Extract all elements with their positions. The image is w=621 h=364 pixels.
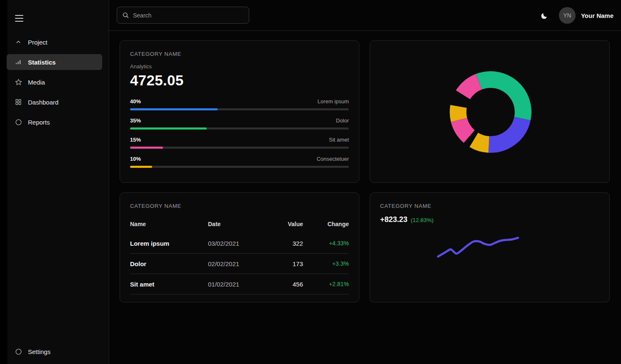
dark-mode-toggle-button[interactable] bbox=[538, 10, 549, 21]
donut-segment-pink-slice-a bbox=[463, 82, 479, 95]
sidebar-item-statistics[interactable]: Statistics bbox=[7, 54, 102, 70]
avatar[interactable]: YN bbox=[559, 7, 576, 24]
sidebar-item-dashboard[interactable]: Dashboard bbox=[7, 92, 102, 112]
cell-date: 01/02/2021 bbox=[208, 281, 268, 288]
sidebar-item-settings[interactable]: Settings bbox=[7, 342, 102, 362]
search-input[interactable] bbox=[133, 12, 244, 19]
cell-date: 03/02/2021 bbox=[208, 240, 268, 247]
table-header-name: Name bbox=[130, 221, 208, 227]
bar-category-label: Consectetuer bbox=[317, 156, 349, 162]
bar-category-label: Sit amet bbox=[329, 137, 349, 143]
user-profile[interactable]: YN Your Name bbox=[559, 7, 613, 24]
cell-value: 322 bbox=[268, 240, 303, 247]
progress-bar-row: 10%Consectetuer bbox=[130, 156, 349, 168]
donut-chart bbox=[370, 41, 610, 183]
sidebar-item-label: Dashboard bbox=[28, 99, 58, 106]
search-box[interactable] bbox=[117, 7, 249, 24]
sidebar-item-label: Media bbox=[28, 79, 45, 86]
cell-value: 456 bbox=[268, 281, 303, 288]
data-table-card: CATEGORY NAME NameDateValueChangeLorem i… bbox=[120, 192, 359, 302]
circle-icon bbox=[14, 118, 23, 126]
card-category-title: CATEGORY NAME bbox=[130, 203, 349, 209]
donut-segment-yellow-slice-a bbox=[474, 140, 489, 145]
sidebar-nav-list: ProjectStatisticsMediaDashboardReports bbox=[0, 32, 109, 132]
analytics-total-value: 4725.05 bbox=[130, 72, 349, 89]
bar-track bbox=[130, 166, 349, 168]
bar-track bbox=[130, 108, 349, 110]
table-header-row: NameDateValueChange bbox=[130, 218, 349, 233]
bar-category-label: Lorem ipsum bbox=[318, 98, 349, 105]
sidebar-item-project[interactable]: Project bbox=[7, 32, 102, 52]
cell-name: Sit amet bbox=[130, 281, 208, 288]
analytics-subtitle: Analytics bbox=[130, 63, 349, 70]
data-table: NameDateValueChangeLorem ipsum03/02/2021… bbox=[130, 218, 349, 294]
sidebar: ProjectStatisticsMediaDashboardReports S… bbox=[0, 0, 109, 364]
grid-icon bbox=[14, 98, 23, 106]
circle-icon bbox=[14, 347, 23, 356]
progress-bar-row: 15%Sit amet bbox=[130, 137, 349, 149]
chevron-up-icon bbox=[14, 38, 23, 46]
cell-change: +2.81% bbox=[303, 281, 349, 287]
sidebar-item-reports[interactable]: Reports bbox=[7, 112, 102, 132]
bar-chart-icon bbox=[14, 58, 23, 66]
bar-fill bbox=[130, 166, 152, 168]
moon-icon bbox=[540, 12, 548, 20]
progress-bar-list: 40%Lorem ipsum35%Dolor15%Sit amet10%Cons… bbox=[130, 98, 349, 168]
table-row[interactable]: Sit amet01/02/2021456+2.81% bbox=[130, 274, 349, 294]
card-category-title: CATEGORY NAME bbox=[130, 51, 349, 57]
cell-change: +4.33% bbox=[303, 240, 349, 247]
table-header-change: Change bbox=[303, 221, 349, 227]
bar-category-label: Dolor bbox=[336, 117, 349, 124]
bar-track bbox=[130, 147, 349, 149]
sidebar-item-label: Reports bbox=[28, 119, 50, 126]
bar-percent-label: 10% bbox=[130, 156, 141, 162]
donut-segment-pink-slice-b bbox=[459, 120, 469, 137]
bar-fill bbox=[130, 108, 218, 110]
cell-name: Lorem ipsum bbox=[130, 240, 208, 247]
sidebar-item-media[interactable]: Media bbox=[7, 72, 102, 92]
table-header-value: Value bbox=[268, 221, 303, 227]
user-name-label: Your Name bbox=[581, 12, 613, 19]
hamburger-menu-button[interactable] bbox=[15, 12, 28, 24]
sidebar-footer: Settings bbox=[0, 342, 109, 362]
topbar: YN Your Name bbox=[109, 0, 621, 31]
sidebar-item-label: Statistics bbox=[28, 59, 56, 66]
sidebar-item-label: Project bbox=[28, 39, 48, 46]
bar-percent-label: 15% bbox=[130, 137, 141, 143]
search-icon bbox=[122, 12, 129, 19]
bar-percent-label: 40% bbox=[130, 98, 141, 105]
star-icon bbox=[14, 78, 23, 86]
trend-chart-card: CATEGORY NAME +823.23 (12.83%) bbox=[370, 192, 610, 302]
donut-segment-yellow-slice-b bbox=[458, 107, 459, 120]
donut-segment-green-slice bbox=[479, 80, 523, 119]
cell-value: 173 bbox=[268, 260, 303, 267]
hamburger-icon bbox=[15, 15, 23, 16]
analytics-card: CATEGORY NAME Analytics 4725.05 40%Lorem… bbox=[120, 40, 359, 183]
progress-bar-row: 40%Lorem ipsum bbox=[130, 98, 349, 110]
donut-chart-card bbox=[370, 40, 610, 183]
table-header-date: Date bbox=[208, 221, 268, 227]
progress-bar-row: 35%Dolor bbox=[130, 117, 349, 130]
bar-percent-label: 35% bbox=[130, 117, 141, 124]
bar-fill bbox=[130, 127, 207, 130]
line-chart bbox=[370, 193, 610, 303]
table-row[interactable]: Dolor02/02/2021173+3.3% bbox=[130, 254, 349, 274]
trend-line-path bbox=[438, 238, 518, 257]
cell-change: +3.3% bbox=[303, 260, 349, 267]
table-row[interactable]: Lorem ipsum03/02/2021322+4.33% bbox=[130, 233, 349, 254]
cell-date: 02/02/2021 bbox=[208, 260, 268, 267]
sidebar-item-label: Settings bbox=[28, 348, 50, 355]
bar-fill bbox=[130, 147, 163, 149]
cell-name: Dolor bbox=[130, 260, 208, 267]
bar-track bbox=[130, 127, 349, 130]
donut-segment-indigo-slice bbox=[489, 119, 523, 145]
